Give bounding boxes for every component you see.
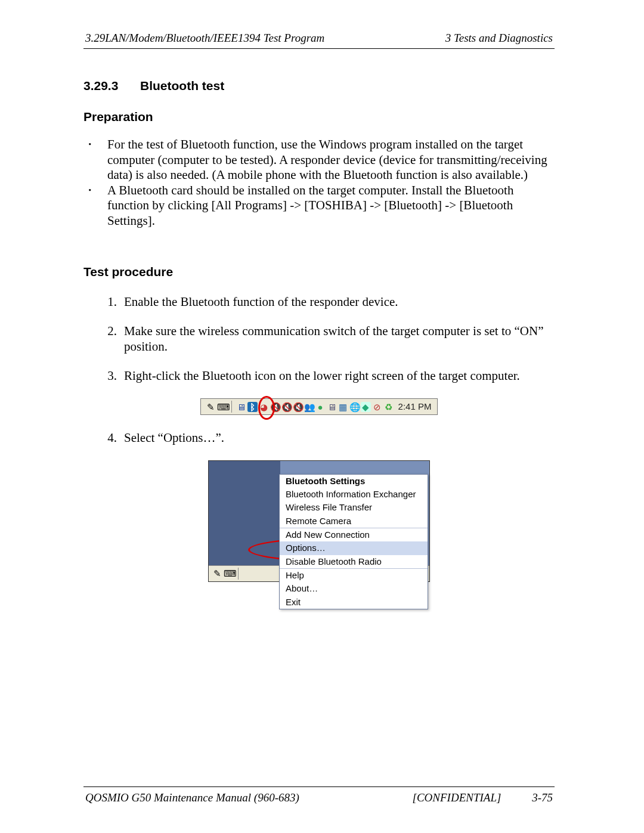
bluetooth-context-menu: Bluetooth Settings Bluetooth Information… bbox=[279, 474, 428, 609]
grid-icon: ▦ bbox=[338, 402, 348, 412]
menu-item-remote-camera[interactable]: Remote Camera bbox=[280, 515, 428, 528]
recycle-icon: ♻ bbox=[383, 402, 394, 412]
speaker-x-icon: 🔇 bbox=[270, 402, 280, 412]
menu-item-wireless-transfer[interactable]: Wireless File Transfer bbox=[280, 501, 428, 514]
menu-item-help[interactable]: Help bbox=[280, 569, 428, 582]
footer-left: QOSMIO G50 Maintenance Manual (960-683) bbox=[85, 791, 391, 805]
clock-red-icon: ◕ bbox=[259, 402, 269, 412]
speaker-x3-icon: 🔇 bbox=[293, 402, 303, 412]
procedure-heading: Test procedure bbox=[83, 265, 555, 279]
bullet-icon: ・ bbox=[83, 183, 107, 229]
page-header: 3.29LAN/Modem/Bluetooth/IEEE1394 Test Pr… bbox=[83, 30, 555, 49]
step-text: Right-click the Bluetooth icon on the lo… bbox=[124, 368, 520, 384]
menu-item-exit[interactable]: Exit bbox=[280, 596, 428, 609]
menu-item-bt-settings[interactable]: Bluetooth Settings bbox=[280, 475, 428, 488]
globe-icon: 🌐 bbox=[349, 402, 360, 412]
step-text: Enable the Bluetooth function of the res… bbox=[124, 295, 398, 310]
procedure-list: 1.Enable the Bluetooth function of the r… bbox=[83, 295, 555, 582]
preparation-heading: Preparation bbox=[83, 110, 555, 124]
bullet-icon: ・ bbox=[83, 137, 107, 183]
bluetooth-icon[interactable]: ᛒ bbox=[247, 402, 258, 412]
keyboard-icon: ⌨ bbox=[217, 402, 227, 412]
divider-icon bbox=[238, 568, 239, 580]
page-footer: QOSMIO G50 Maintenance Manual (960-683) … bbox=[83, 786, 555, 806]
keyboard-icon: ⌨ bbox=[224, 568, 234, 578]
header-right: 3 Tests and Diagnostics bbox=[408, 31, 553, 45]
context-menu-figure: Bluetooth Settings Bluetooth Information… bbox=[83, 460, 555, 582]
divider-icon bbox=[231, 401, 232, 413]
systray-figure: ✎ ⌨ 🖥 ᛒ ◕ 🔇 🔇 🔇 👥 ● 🖥 ▦ 🌐 ◆ ⊘ ♻ bbox=[83, 398, 555, 415]
prep-item: For the test of Bluetooth function, use … bbox=[107, 137, 555, 183]
header-left: 3.29LAN/Modem/Bluetooth/IEEE1394 Test Pr… bbox=[85, 31, 407, 45]
speaker-x2-icon: 🔇 bbox=[281, 402, 292, 412]
step-number: 1. bbox=[83, 295, 124, 310]
menu-item-bt-exchanger[interactable]: Bluetooth Information Exchanger bbox=[280, 488, 428, 501]
step-number: 2. bbox=[83, 324, 124, 354]
menu-item-about[interactable]: About… bbox=[280, 582, 428, 595]
menu-item-options[interactable]: Options… bbox=[280, 541, 428, 555]
people-icon: 👥 bbox=[304, 402, 314, 412]
step-number: 4. bbox=[83, 431, 124, 446]
footer-right: 3-75 bbox=[522, 791, 553, 805]
pen-icon: ✎ bbox=[212, 568, 222, 578]
step-text: Make sure the wireless communication swi… bbox=[124, 324, 555, 354]
menu-item-add-connection[interactable]: Add New Connection bbox=[280, 528, 428, 541]
tray-clock: 2:41 PM bbox=[398, 401, 432, 412]
ball-icon: ● bbox=[315, 402, 326, 412]
shield-icon: ◆ bbox=[361, 402, 371, 412]
step-text: Select “Options…”. bbox=[124, 431, 224, 446]
section-title: Bluetooth test bbox=[140, 79, 224, 92]
block-icon: ⊘ bbox=[372, 402, 382, 412]
monitor2-icon: 🖥 bbox=[327, 402, 337, 412]
footer-center: [CONFIDENTIAL] bbox=[392, 791, 521, 805]
menu-item-disable-radio[interactable]: Disable Bluetooth Radio bbox=[280, 555, 428, 568]
pen-icon: ✎ bbox=[206, 402, 216, 412]
prep-item: A Bluetooth card should be installed on … bbox=[107, 183, 555, 229]
preparation-list: ・For the test of Bluetooth function, use… bbox=[83, 137, 555, 229]
step-number: 3. bbox=[83, 368, 124, 384]
section-number: 3.29.3 bbox=[83, 79, 140, 93]
monitor-icon: 🖥 bbox=[236, 402, 246, 412]
section-heading: 3.29.3Bluetooth test bbox=[83, 79, 555, 93]
